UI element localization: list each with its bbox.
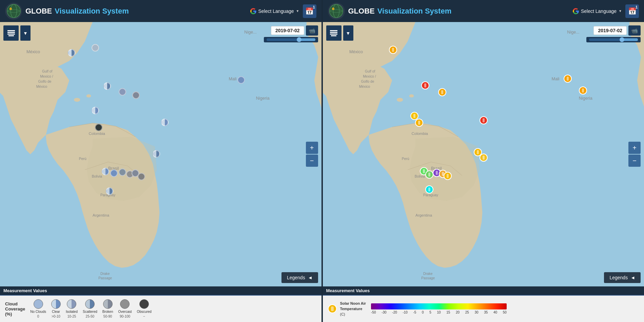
right-calendar-button[interactable]: 📅 1 [625,4,639,18]
cloud-marker-7[interactable] [95,124,102,131]
right-expand-button[interactable]: ▼ [343,25,353,41]
right-measurement-header: Measurement Values [323,286,644,295]
cloud-marker-9[interactable] [237,76,245,84]
temp-marker-6[interactable] [480,116,488,124]
svg-rect-51 [330,32,337,33]
temp-marker-13[interactable] [444,172,452,180]
temp-legend: Solar Noon Air Temperature (C) [340,301,366,316]
left-date-display: 2019-07-02 [271,26,304,35]
svg-text:Nigeria: Nigeria [256,96,270,101]
legend-item-overcast: Overcast 90-100 [118,299,132,318]
legend-item-isolated: Isolated 10-25 [66,299,78,318]
temp-marker-1[interactable] [389,46,397,54]
left-panel: GLOBE Visualization System Select Langua… [0,0,321,322]
svg-text:Nigeria: Nigeria [579,96,592,101]
svg-point-33 [409,94,414,97]
left-legend-bar: Cloud Coverage (%) No Clouds 0 Clear [0,295,321,322]
legend-item-broken: Broken 50-90 [102,299,113,318]
right-brand: GLOBE Visualization System [348,7,452,16]
left-legends-arrow: ◄ [308,275,313,280]
left-layer-button[interactable] [3,25,19,41]
temp-marker-10[interactable] [425,170,433,179]
temp-marker-3[interactable] [438,88,446,96]
cloud-marker-11[interactable] [110,169,118,177]
right-lang-selector[interactable]: Select Language ▼ [573,8,622,14]
cloud-marker-12[interactable] [119,168,126,176]
left-zoom-out[interactable]: − [306,155,318,167]
svg-text:Argentina: Argentina [415,213,432,217]
cloud-marker-10[interactable] [102,168,109,175]
right-zoom-in[interactable]: + [628,142,641,154]
left-zoom-in[interactable]: + [306,142,318,154]
left-calendar-badge: 1 [313,5,315,9]
left-legend-title: Cloud Coverage (%) [5,301,25,317]
left-lang-selector[interactable]: Select Language ▼ [250,8,299,14]
svg-text:Colombia: Colombia [411,132,428,136]
svg-point-5 [74,98,80,102]
temp-marker-2[interactable] [421,81,429,89]
cloud-marker-4[interactable] [119,88,126,96]
right-legends-button[interactable]: Legends ◄ [604,272,641,283]
right-legends-arrow: ◄ [630,275,635,280]
cloud-marker-8[interactable] [161,119,169,126]
temp-marker-7[interactable] [564,75,572,83]
svg-point-6 [86,94,91,97]
left-map[interactable]: México Gulf of Mexico / Golfo de México … [0,22,321,286]
svg-rect-26 [8,35,14,36]
left-video-button[interactable]: 📹 [306,25,318,36]
cloud-marker-5[interactable] [132,92,140,99]
cloud-marker-1[interactable] [68,49,75,57]
svg-point-32 [396,98,403,102]
temp-marker-16[interactable] [425,185,433,194]
temp-marker-8[interactable] [579,86,587,95]
right-date-display: 2019-07-02 [593,26,627,35]
right-header: GLOBE Visualization System Select Langua… [323,0,644,22]
right-legend-bar: Solar Noon Air Temperature (C) -50-30-20… [323,295,644,322]
left-slider[interactable] [267,38,315,41]
svg-point-3 [9,8,12,10]
temp-scale: -50-30-20-10-5051015202530354050 [371,310,507,314]
svg-text:México: México [359,85,370,88]
svg-rect-24 [7,32,15,33]
left-legends-button[interactable]: Legends ◄ [281,272,318,283]
left-legends-label: Legends [287,275,305,280]
svg-text:Nige...: Nige... [244,30,256,35]
right-panel: GLOBE Visualization System Select Langua… [323,0,644,322]
temp-marker-5[interactable] [415,119,423,127]
left-header: GLOBE Visualization System Select Langua… [0,0,321,22]
temp-legend-icon [328,304,337,313]
right-layer-button[interactable] [326,25,341,41]
svg-rect-52 [330,34,337,35]
right-map[interactable]: México Gulf of Mexico / Golfo de México … [323,22,644,286]
cloud-marker-15[interactable] [138,173,145,180]
svg-text:Perú: Perú [402,157,409,161]
right-logo [328,3,345,20]
right-brand-vis: Visualization System [377,7,451,16]
svg-text:Mali: Mali [551,77,559,81]
left-brand-globe: GLOBE [25,7,52,16]
legend-item-no-clouds: No Clouds 0 [30,299,46,318]
right-legends-label: Legends [609,275,628,280]
svg-text:Argentina: Argentina [93,213,110,217]
svg-text:Passage: Passage [98,276,112,280]
right-zoom-out[interactable]: − [628,155,641,167]
cloud-marker-6[interactable] [92,107,99,114]
left-expand-button[interactable]: ▼ [20,25,31,41]
svg-text:Bolivia: Bolivia [92,175,102,178]
right-video-button[interactable]: 📹 [628,25,641,36]
temp-marker-15[interactable] [480,154,488,162]
svg-text:México: México [36,85,47,88]
left-calendar-button[interactable]: 📅 1 [303,4,316,18]
cloud-marker-16[interactable] [153,150,160,158]
cloud-marker-3[interactable] [103,82,111,90]
cloud-marker-2[interactable] [92,44,99,52]
left-map-controls: ▼ [3,25,31,41]
left-legend-items: No Clouds 0 Clear >0-10 Isolated 10-25 [30,299,152,318]
svg-rect-23 [7,30,15,31]
right-brand-globe: GLOBE [348,7,375,16]
right-slider[interactable] [589,38,638,41]
left-brand: GLOBE Visualization System [25,7,129,16]
cloud-marker-17[interactable] [106,187,113,195]
left-brand-vis: Visualization System [55,7,129,16]
svg-text:Gulf of: Gulf of [365,69,375,73]
